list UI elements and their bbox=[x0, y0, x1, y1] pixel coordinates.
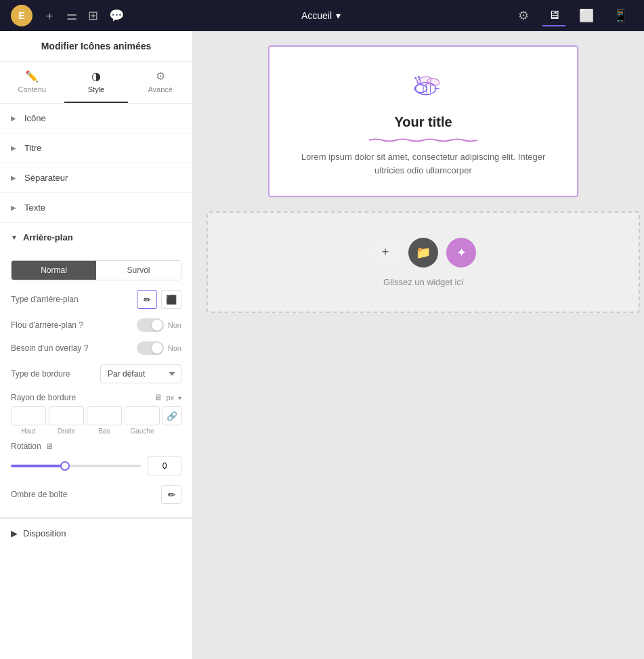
add-widget-btn[interactable]: + bbox=[370, 238, 400, 268]
blur-track[interactable] bbox=[137, 318, 164, 332]
layers-icon[interactable]: ⊞ bbox=[88, 8, 98, 23]
folder-btn[interactable]: 📁 bbox=[408, 238, 438, 268]
elementor-logo[interactable]: E bbox=[11, 5, 33, 26]
blur-toggle[interactable]: Non bbox=[137, 318, 181, 332]
overlay-label: Besoin d'un overlay ? bbox=[11, 343, 88, 353]
section-icone[interactable]: ▶ Icône bbox=[0, 104, 192, 133]
icone-arrow: ▶ bbox=[11, 114, 16, 122]
unit-arrow[interactable]: ▾ bbox=[178, 394, 181, 402]
image-type-btn[interactable]: ⬛ bbox=[161, 290, 181, 309]
link-radius-btn[interactable]: 🔗 bbox=[163, 406, 181, 425]
svg-point-10 bbox=[418, 76, 420, 78]
add-icon[interactable]: ＋ bbox=[43, 7, 56, 24]
sidebar: Modifier Icônes animées ✏️ Contenu ◑ Sty… bbox=[0, 31, 193, 659]
topbar-left: E ＋ ⚌ ⊞ 💬 bbox=[11, 5, 124, 26]
drop-actions: + 📁 ✦ bbox=[370, 238, 476, 268]
widget-card: Your title Lorem ipsum dolor sit amet, c… bbox=[267, 45, 579, 198]
svg-point-3 bbox=[427, 77, 440, 86]
border-type-label: Type de bordure bbox=[11, 369, 70, 379]
section-texte-label: Texte bbox=[24, 203, 45, 213]
overlay-knob bbox=[152, 343, 163, 354]
tab-style-label: Style bbox=[88, 85, 104, 93]
widget-text: Lorem ipsum dolor sit amet, consectetur … bbox=[295, 150, 551, 177]
tab-style[interactable]: ◑ Style bbox=[64, 62, 129, 103]
radius-gauche-label: Gauche bbox=[130, 427, 154, 435]
tab-avance[interactable]: ⚙ Avancé bbox=[128, 62, 192, 103]
arriere-plan-arrow: ▼ bbox=[11, 234, 18, 241]
desktop-icon[interactable]: 🖥 bbox=[542, 5, 565, 26]
section-texte[interactable]: ▶ Texte bbox=[0, 193, 192, 223]
radius-haut-input[interactable] bbox=[11, 406, 46, 425]
avance-icon: ⚙ bbox=[156, 70, 165, 83]
style-icon: ◑ bbox=[91, 70, 101, 83]
separateur-arrow: ▶ bbox=[11, 174, 16, 182]
topbar-right: ⚙ 🖥 ⬜ 📱 bbox=[518, 5, 633, 26]
sidebar-tabs: ✏️ Contenu ◑ Style ⚙ Avancé bbox=[0, 62, 192, 104]
content-area: ◀ Your tit bbox=[193, 31, 644, 659]
drop-label: Glissez un widget ici bbox=[383, 277, 463, 287]
radius-bas-input[interactable] bbox=[87, 406, 122, 425]
radius-droite-group: Droite bbox=[49, 406, 84, 435]
section-separateur-label: Séparateur bbox=[24, 173, 68, 183]
rotation-row: Rotation 🖥 0 bbox=[11, 442, 181, 475]
section-arriere-plan: ▼ Arrière-plan Normal Survol Type d'arri… bbox=[0, 223, 192, 518]
background-type-row: Type d'arrière-plan ✏ ⬛ bbox=[11, 290, 181, 309]
radius-haut-group: Haut bbox=[11, 406, 46, 435]
slider-fill bbox=[11, 465, 63, 467]
drop-zone[interactable]: + 📁 ✦ Glissez un widget ici bbox=[207, 211, 640, 313]
state-toggle-group: Normal Survol bbox=[11, 260, 181, 280]
section-titre[interactable]: ▶ Titre bbox=[0, 133, 192, 163]
tablet-icon[interactable]: ⬜ bbox=[574, 5, 599, 26]
blur-label: Flou d'arrière-plan ? bbox=[11, 320, 83, 330]
overlay-row: Besoin d'un overlay ? Non bbox=[11, 341, 181, 355]
radius-bas-group: Bas bbox=[87, 406, 122, 435]
widget-title: Your title bbox=[394, 114, 452, 130]
overlay-track[interactable] bbox=[137, 341, 164, 355]
border-unit[interactable]: px bbox=[166, 394, 174, 402]
settings-icon[interactable]: ⚙ bbox=[518, 8, 529, 23]
color-type-btn[interactable]: ✏ bbox=[137, 290, 157, 309]
chevron-down-icon: ▾ bbox=[336, 10, 341, 21]
slider-thumb[interactable] bbox=[60, 461, 70, 471]
radius-droite-input[interactable] bbox=[49, 406, 84, 425]
blur-knob bbox=[152, 320, 163, 331]
radius-gauche-input[interactable] bbox=[125, 406, 160, 425]
rotation-slider[interactable] bbox=[11, 465, 141, 467]
arriere-plan-header[interactable]: ▼ Arrière-plan bbox=[0, 223, 192, 252]
radius-bas-label: Bas bbox=[98, 427, 110, 435]
page-name: Accueil bbox=[301, 10, 332, 21]
rotation-value-input[interactable]: 0 bbox=[148, 456, 181, 475]
magic-btn[interactable]: ✦ bbox=[446, 238, 476, 268]
chat-icon[interactable]: 💬 bbox=[109, 8, 124, 23]
radius-gauche-group: Gauche bbox=[125, 406, 160, 435]
arriere-plan-content: Normal Survol Type d'arrière-plan ✏ ⬛ Fl… bbox=[0, 252, 192, 517]
section-disposition[interactable]: ▶ Disposition bbox=[0, 518, 192, 548]
toggle-normal[interactable]: Normal bbox=[12, 261, 96, 280]
background-type-controls: ✏ ⬛ bbox=[137, 290, 181, 309]
border-radius-row: Rayon de bordure 🖥 px ▾ Haut bbox=[11, 393, 181, 435]
mobile-icon[interactable]: 📱 bbox=[607, 5, 633, 26]
overlay-toggle[interactable]: Non bbox=[137, 341, 181, 355]
tab-contenu[interactable]: ✏️ Contenu bbox=[0, 62, 64, 103]
rotation-label-row: Rotation 🖥 bbox=[11, 442, 181, 451]
radius-droite-label: Droite bbox=[58, 427, 76, 435]
sidebar-title: Modifier Icônes animées bbox=[0, 31, 192, 62]
border-radius-label-row: Rayon de bordure 🖥 px ▾ bbox=[11, 393, 181, 402]
sliders-icon[interactable]: ⚌ bbox=[66, 8, 77, 23]
monitor-icon: 🖥 bbox=[154, 393, 162, 402]
rotation-label: Rotation bbox=[11, 442, 41, 451]
ombre-edit-btn[interactable]: ✏ bbox=[161, 485, 181, 504]
device-switcher: 🖥 ⬜ 📱 bbox=[542, 5, 633, 26]
section-titre-label: Titre bbox=[24, 143, 42, 153]
radius-haut-label: Haut bbox=[21, 427, 35, 435]
border-type-select[interactable]: Par défaut bbox=[100, 364, 181, 383]
border-radius-label: Rayon de bordure bbox=[11, 393, 76, 402]
page-name-dropdown[interactable]: Accueil ▾ bbox=[301, 10, 341, 21]
toggle-survol[interactable]: Survol bbox=[96, 261, 181, 280]
arriere-plan-title: Arrière-plan bbox=[23, 232, 73, 242]
border-type-row: Type de bordure Par défaut bbox=[11, 364, 181, 383]
svg-point-9 bbox=[414, 77, 416, 79]
disposition-arrow: ▶ bbox=[11, 528, 18, 538]
section-separateur[interactable]: ▶ Séparateur bbox=[0, 163, 192, 193]
overlay-value: Non bbox=[168, 344, 181, 352]
